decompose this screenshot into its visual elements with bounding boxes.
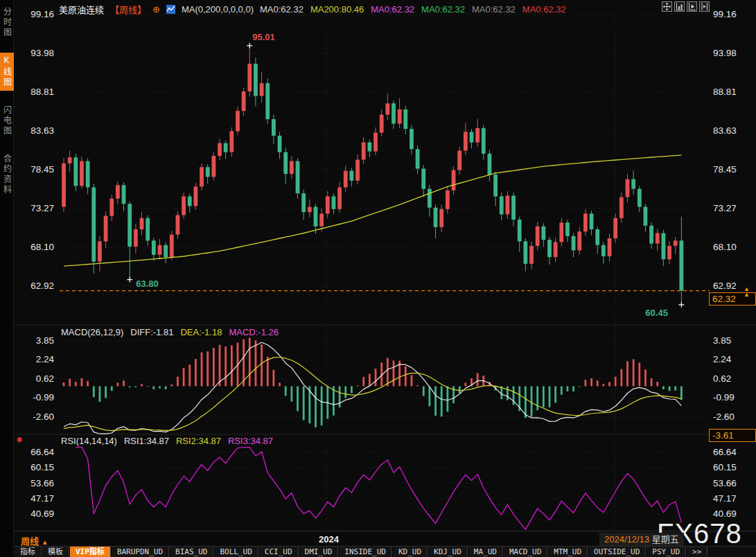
rsi-axis-tick: 47.17 bbox=[713, 493, 737, 504]
price-axis-tick: 73.27 bbox=[19, 203, 54, 213]
pan-icon[interactable] bbox=[662, 1, 672, 12]
macd-axis-tick: 2.24 bbox=[713, 354, 731, 364]
sidebar-item-flash-chart[interactable]: 闪电图 bbox=[0, 103, 14, 139]
time-axis-row: 周线 ▲ 2024 2024/12/13 星期五 FX678 bbox=[14, 531, 756, 547]
tab-more[interactable]: >> bbox=[686, 547, 707, 557]
link-icon[interactable]: ⊕ bbox=[152, 4, 160, 15]
rsi-axis-tick: 53.66 bbox=[713, 478, 737, 488]
chart-toolbar bbox=[662, 1, 710, 12]
price-axis-tick: 99.16 bbox=[713, 9, 737, 19]
date-text: 2024/12/13 bbox=[604, 534, 649, 545]
annotation-low-left: 63.80 bbox=[136, 278, 159, 289]
rsi3-value: RSI3:34.87 bbox=[228, 436, 273, 446]
macd-axis-tick: 0.62 bbox=[19, 373, 54, 384]
indicator-tab-bar: 指标模板VIP指标BARUPDN_UDBIAS_UDBOLL_UDCCI_UDD… bbox=[14, 546, 756, 557]
ma-value-5: MA0:62.32 bbox=[522, 4, 566, 15]
ma-value-1: MA200:80.46 bbox=[310, 4, 364, 15]
macd-axis-tick: 0.62 bbox=[713, 373, 731, 384]
period-text: 周线 bbox=[21, 536, 39, 547]
indicator-burst-icon[interactable]: ✹ bbox=[16, 435, 23, 445]
macd-min-badge: -3.61 bbox=[709, 429, 756, 442]
price-axis-tick: 62.92 bbox=[713, 281, 737, 291]
macd-legend: MACD(26,12,9) DIFF:-1.81 DEA:-1.18 MACD:… bbox=[61, 327, 279, 337]
tab-dmi-ud[interactable]: DMI_UD bbox=[299, 547, 339, 557]
price-axis-tick: 99.16 bbox=[19, 9, 54, 19]
period-arrow-icon: ▲ bbox=[42, 538, 49, 546]
price-axis-tick: 83.63 bbox=[19, 125, 54, 136]
macd-diff-value: DIFF:-1.81 bbox=[130, 327, 173, 337]
chart-type-sidebar: 分时图K线图闪电图合约资料 bbox=[0, 0, 14, 557]
tab-inside-ud[interactable]: INSIDE_UD bbox=[338, 547, 392, 557]
sidebar-item-contract-info[interactable]: 合约资料 bbox=[0, 151, 14, 198]
annotation-high-price: 95.01 bbox=[252, 32, 275, 42]
price-axis-tick: 78.45 bbox=[713, 164, 737, 175]
price-up-arrow-icon: ▲▲ bbox=[744, 286, 750, 297]
macd-axis-tick: -0.99 bbox=[19, 392, 54, 403]
macd-macd-value: MACD:-1.26 bbox=[229, 327, 279, 337]
price-axis-tick: 73.27 bbox=[713, 203, 737, 213]
symbol-name: 美原油连续 bbox=[59, 3, 104, 16]
year-tick-label: 2024 bbox=[319, 534, 339, 545]
axis-play-icon[interactable] bbox=[687, 1, 697, 12]
ma-value-3: MA0:62.32 bbox=[421, 4, 465, 15]
rsi-axis-tick: 47.17 bbox=[19, 493, 54, 504]
macd-axis-tick: 2.24 bbox=[19, 354, 54, 364]
tab-barupdn-ud[interactable]: BARUPDN_UD bbox=[111, 547, 169, 557]
macd-title: MACD(26,12,9) bbox=[61, 327, 123, 337]
rsi-axis-tick: 60.15 bbox=[713, 462, 737, 472]
price-axis-tick: 68.10 bbox=[713, 242, 737, 252]
tab-kd-ud[interactable]: KD_UD bbox=[392, 547, 428, 557]
rsi-legend: RSI(14,14,14) RSI1:34.87 RSI2:34.87 RSI3… bbox=[61, 436, 273, 446]
rsi-axis-tick: 40.69 bbox=[713, 509, 737, 519]
price-axis-tick: 62.92 bbox=[19, 281, 54, 291]
macd-axis-tick: -2.60 bbox=[19, 412, 54, 422]
rsi-axis-tick: 66.64 bbox=[713, 447, 737, 457]
tab-mtm-ud[interactable]: MTM_UD bbox=[547, 547, 588, 557]
rsi-axis-tick: 53.66 bbox=[19, 478, 54, 488]
macd-axis-tick: 3.85 bbox=[713, 335, 731, 346]
macd-dea-value: DEA:-1.18 bbox=[180, 327, 222, 337]
ma-values: MA0:62.32MA200:80.46MA0:62.32MA0:62.32MA… bbox=[260, 4, 566, 15]
price-axis-tick: 93.98 bbox=[19, 48, 54, 58]
tab-boll-ud[interactable]: BOLL_UD bbox=[213, 547, 258, 557]
chart-canvas[interactable] bbox=[0, 0, 756, 557]
rsi2-value: RSI2:34.87 bbox=[176, 436, 221, 446]
tab-psy-ud[interactable]: PSY_UD bbox=[646, 547, 686, 557]
annotation-low-right: 60.45 bbox=[645, 308, 668, 318]
tab-outside-ud[interactable]: OUTSIDE_UD bbox=[588, 547, 646, 557]
ma-value-2: MA0:62.32 bbox=[371, 4, 414, 15]
price-axis-tick: 88.81 bbox=[713, 87, 737, 97]
price-axis-tick: 88.81 bbox=[19, 87, 54, 97]
tab-macd-ud[interactable]: MACD_UD bbox=[503, 547, 547, 557]
weekday-text: 星期五 bbox=[652, 534, 679, 545]
macd-axis-tick: -2.60 bbox=[713, 412, 735, 422]
sidebar-item-kline-chart[interactable]: K线图 bbox=[0, 53, 14, 91]
tab-indicator[interactable]: 指标 bbox=[14, 547, 42, 557]
price-axis-tick: 68.10 bbox=[19, 242, 54, 252]
tab-cci-ud[interactable]: CCI_UD bbox=[258, 547, 299, 557]
rsi1-value: RSI1:34.87 bbox=[124, 436, 169, 446]
ma-value-4: MA0:62.32 bbox=[472, 4, 516, 15]
axis-shift-icon[interactable] bbox=[699, 1, 710, 12]
price-axis-tick: 83.63 bbox=[713, 125, 737, 136]
rsi-axis-tick: 60.15 bbox=[19, 462, 54, 472]
tab-kdj-ud[interactable]: KDJ_UD bbox=[428, 547, 468, 557]
tab-vip-indicator[interactable]: VIP指标 bbox=[69, 547, 111, 557]
macd-axis-tick: 3.85 bbox=[19, 335, 54, 346]
ma-value-0: MA0:62.32 bbox=[260, 4, 304, 15]
rsi-axis-tick: 66.64 bbox=[19, 447, 54, 457]
rsi-title: RSI(14,14,14) bbox=[61, 436, 117, 446]
chart-style-icon bbox=[166, 5, 175, 14]
tab-ma-ud[interactable]: MA_UD bbox=[468, 547, 503, 557]
sidebar-item-time-chart[interactable]: 分时图 bbox=[0, 4, 14, 41]
main-legend: 美原油连续 【周线】 ⊕ MA(0,200,0,0,0,0) MA0:62.32… bbox=[59, 3, 566, 16]
axis-compress-icon[interactable] bbox=[674, 1, 685, 12]
price-axis-tick: 78.45 bbox=[19, 164, 54, 175]
tab-bias-ud[interactable]: BIAS_UD bbox=[169, 547, 213, 557]
chart-application: 分时图K线图闪电图合约资料 美原油连续 【周线】 ⊕ MA(0,200,0,0,… bbox=[0, 0, 756, 557]
macd-axis-tick: -0.99 bbox=[713, 392, 735, 403]
price-axis-tick: 93.98 bbox=[713, 48, 737, 58]
cursor-date-box: 2024/12/13 星期五 bbox=[599, 533, 684, 546]
tab-template[interactable]: 模板 bbox=[42, 547, 69, 557]
ma-settings-label: MA(0,200,0,0,0,0) bbox=[182, 4, 254, 15]
